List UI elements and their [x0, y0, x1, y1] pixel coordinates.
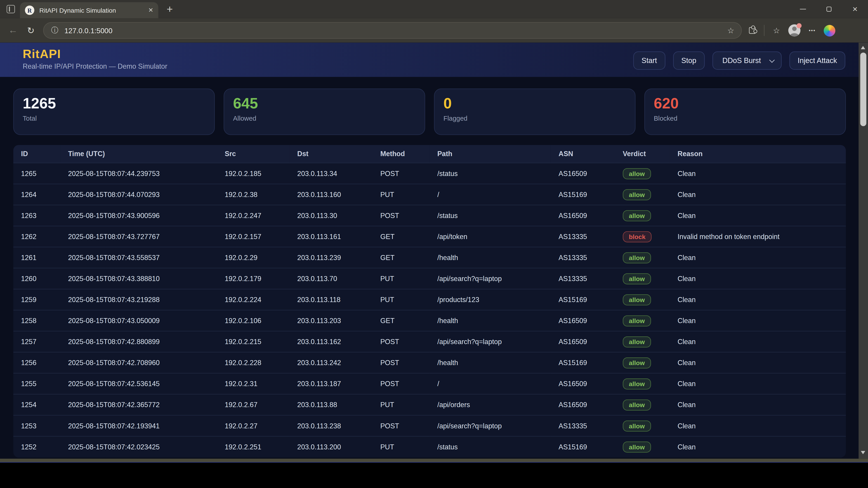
cell-method: GET	[373, 226, 430, 247]
reload-icon[interactable]: ↻	[27, 25, 35, 36]
table-row: 12522025-08-15T08:07:42.023425192.0.2.25…	[13, 436, 846, 457]
cell-reason: Clean	[670, 205, 846, 226]
close-button[interactable]: ✕	[842, 0, 868, 18]
cell-time: 2025-08-15T08:07:44.239753	[60, 163, 217, 184]
stop-button[interactable]: Stop	[673, 52, 705, 70]
favorites-bar-icon[interactable]: ☆	[773, 26, 780, 35]
cell-method: POST	[373, 331, 430, 352]
verdict-badge: allow	[623, 189, 651, 200]
notification-dot	[797, 23, 802, 28]
cell-verdict: allow	[615, 331, 670, 352]
column-header: Method	[373, 145, 430, 163]
cell-id: 1256	[13, 352, 60, 373]
cell-time: 2025-08-15T08:07:42.193941	[60, 415, 217, 436]
cell-reason: Invalid method on token endpoint	[670, 226, 846, 247]
cell-dst: 203.0.113.242	[289, 352, 373, 373]
table-row: 12572025-08-15T08:07:42.880899192.0.2.21…	[13, 331, 846, 352]
cell-asn: AS15169	[551, 184, 615, 205]
minimize-button[interactable]	[790, 0, 816, 18]
cell-dst: 203.0.113.239	[289, 247, 373, 268]
column-header: Time (UTC)	[60, 145, 217, 163]
stat-value: 645	[233, 95, 416, 112]
cell-method: POST	[373, 352, 430, 373]
start-button[interactable]: Start	[633, 52, 665, 70]
cell-path: /	[430, 184, 551, 205]
address-bar[interactable]: ⓘ 127.0.0.1:5000 ☆	[43, 22, 742, 39]
column-header: ASN	[551, 145, 615, 163]
toolbar-divider	[764, 25, 765, 36]
cell-dst: 203.0.113.162	[289, 331, 373, 352]
column-header: Path	[430, 145, 551, 163]
cell-src: 192.0.2.185	[217, 163, 289, 184]
window-controls: ✕	[790, 0, 868, 18]
cell-time: 2025-08-15T08:07:44.070293	[60, 184, 217, 205]
scrollbar-thumb[interactable]	[860, 53, 866, 126]
column-header: ID	[13, 145, 60, 163]
stat-value: 620	[654, 95, 836, 112]
cell-verdict: allow	[615, 184, 670, 205]
cell-method: POST	[373, 373, 430, 394]
header-buttons: Start Stop DDoS Burst Inject Attack	[633, 52, 845, 70]
cell-method: PUT	[373, 268, 430, 289]
cell-asn: AS15169	[551, 289, 615, 310]
scrollbar-down-icon[interactable]	[861, 451, 865, 454]
stat-card-blocked: 620 Blocked	[645, 89, 846, 135]
copilot-icon[interactable]	[824, 25, 835, 36]
cell-asn: AS16509	[551, 331, 615, 352]
cell-verdict: allow	[615, 289, 670, 310]
cell-reason: Clean	[670, 415, 846, 436]
tab-close-icon[interactable]: ✕	[148, 6, 153, 14]
profile-button[interactable]	[788, 24, 800, 37]
restore-icon	[827, 6, 831, 11]
attack-type-select[interactable]: DDoS Burst	[712, 52, 782, 70]
cell-src: 192.0.2.106	[217, 310, 289, 331]
cell-src: 192.0.2.29	[217, 247, 289, 268]
column-header: Reason	[670, 145, 846, 163]
stat-card-allowed: 645 Allowed	[223, 89, 425, 135]
browser-tab[interactable]: R RitAPI Dynamic Simulation ✕	[20, 2, 158, 18]
cell-time: 2025-08-15T08:07:42.365772	[60, 394, 217, 415]
cell-asn: AS13335	[551, 226, 615, 247]
cell-time: 2025-08-15T08:07:43.219288	[60, 289, 217, 310]
cell-id: 1258	[13, 310, 60, 331]
table-row: 12542025-08-15T08:07:42.365772192.0.2.67…	[13, 394, 846, 415]
cell-asn: AS16509	[551, 394, 615, 415]
table-row: 12652025-08-15T08:07:44.239753192.0.2.18…	[13, 163, 846, 184]
table-row: 12612025-08-15T08:07:43.558537192.0.2.29…	[13, 247, 846, 268]
new-tab-button[interactable]: +	[166, 4, 173, 14]
inject-attack-button[interactable]: Inject Attack	[789, 52, 845, 70]
cell-method: POST	[373, 163, 430, 184]
cell-path: /api/token	[430, 226, 551, 247]
verdict-badge: allow	[623, 357, 651, 368]
table-row: 12562025-08-15T08:07:42.708960192.0.2.22…	[13, 352, 846, 373]
scrollbar-up-icon[interactable]	[861, 46, 865, 49]
cell-time: 2025-08-15T08:07:43.558537	[60, 247, 217, 268]
cell-id: 1261	[13, 247, 60, 268]
cell-dst: 203.0.113.200	[289, 436, 373, 457]
verdict-badge: block	[623, 231, 651, 242]
cell-src: 192.0.2.157	[217, 226, 289, 247]
more-menu-icon[interactable]: •••	[809, 28, 815, 33]
verdict-badge: allow	[623, 273, 651, 284]
bookmark-star-icon[interactable]: ☆	[727, 26, 735, 35]
cell-dst: 203.0.113.160	[289, 184, 373, 205]
tab-actions-icon[interactable]	[6, 5, 15, 13]
cell-time: 2025-08-15T08:07:42.536145	[60, 373, 217, 394]
restore-button[interactable]	[816, 0, 842, 18]
back-icon[interactable]: ←	[8, 25, 18, 36]
cell-path: /api/search?q=laptop	[430, 331, 551, 352]
cell-id: 1263	[13, 205, 60, 226]
cell-method: POST	[373, 415, 430, 436]
table-row: 12632025-08-15T08:07:43.900596192.0.2.24…	[13, 205, 846, 226]
url-text: 127.0.0.1:5000	[64, 26, 727, 35]
cell-src: 192.0.2.179	[217, 268, 289, 289]
extensions-icon[interactable]	[749, 27, 756, 34]
cell-reason: Clean	[670, 373, 846, 394]
site-info-icon[interactable]: ⓘ	[51, 26, 58, 35]
scrollbar[interactable]	[859, 43, 868, 459]
table-row: 12582025-08-15T08:07:43.050009192.0.2.10…	[13, 310, 846, 331]
table-row: 12592025-08-15T08:07:43.219288192.0.2.22…	[13, 289, 846, 310]
cell-time: 2025-08-15T08:07:43.388810	[60, 268, 217, 289]
cell-asn: AS15169	[551, 436, 615, 457]
cell-id: 1264	[13, 184, 60, 205]
